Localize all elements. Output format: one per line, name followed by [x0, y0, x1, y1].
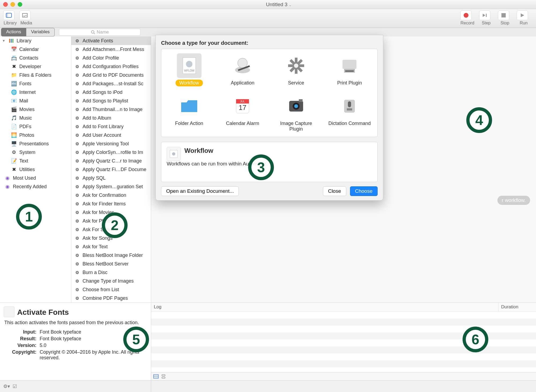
action-item[interactable]: ⚙︎Apply ColorSyn…rofile to Im	[71, 148, 151, 157]
inbox-icon[interactable]: ☑︎	[13, 383, 17, 389]
action-item[interactable]: ⚙︎Combine PDF Pages	[71, 294, 151, 302]
svg-point-4	[25, 15, 27, 16]
action-item[interactable]: ⚙︎Bless NetBoot Image Folder	[71, 251, 151, 260]
media-button[interactable]	[19, 10, 31, 20]
tab-variables[interactable]: Variables	[26, 28, 55, 36]
action-item[interactable]: ⚙︎Activate Fonts	[71, 36, 151, 45]
library-item-calendar[interactable]: 📅Calendar	[0, 45, 71, 54]
zoom-window-button[interactable]	[18, 2, 22, 7]
action-item[interactable]: ⚙︎Add Configuration Profiles	[71, 62, 151, 71]
library-item-developer[interactable]: ✖︎Developer	[0, 62, 71, 71]
action-item[interactable]: ⚙︎Add Grid to PDF Documents	[71, 71, 151, 79]
action-item[interactable]: ⚙︎Ask for Text	[71, 242, 151, 251]
stop-button[interactable]	[498, 10, 509, 20]
library-root-label: Library	[17, 38, 31, 44]
log-col-duration[interactable]: Duration	[498, 303, 536, 311]
action-item[interactable]: ⚙︎Ask for Confirmation	[71, 191, 151, 199]
close-button[interactable]: Close	[323, 186, 346, 196]
choose-button[interactable]: Choose	[350, 186, 378, 196]
doc-type-calendar-alarm[interactable]: JUL17Calendar Alarm	[217, 94, 269, 132]
run-button[interactable]	[517, 10, 528, 20]
disclosure-triangle-icon[interactable]: ▼	[2, 39, 6, 43]
text-icon: 📝	[11, 158, 17, 164]
action-item[interactable]: ⚙︎Add Attachmen…Front Mess	[71, 45, 151, 54]
library-root[interactable]: ▼ Library	[0, 36, 71, 45]
action-icon: ⚙︎	[74, 269, 80, 276]
action-label: Apply SQL	[83, 175, 106, 181]
action-item[interactable]: ⚙︎Add Songs to Playlist	[71, 97, 151, 105]
step-button[interactable]	[479, 10, 490, 20]
library-item-system[interactable]: ⚙︎System	[0, 148, 71, 157]
library-item-presentations[interactable]: 🖥️Presentations	[0, 139, 71, 148]
doc-type-folder-action[interactable]: Folder Action	[163, 94, 215, 132]
action-item[interactable]: ⚙︎Apply Quartz Fi…DF Docume	[71, 165, 151, 174]
library-item-mail[interactable]: 📧Mail	[0, 97, 71, 105]
doc-type-workflow[interactable]: WFLOWWorkflow	[163, 53, 215, 86]
action-icon: ⚙︎	[74, 261, 80, 267]
action-icon: ⚙︎	[74, 286, 80, 293]
doc-type-dictation-command[interactable]: Dictation Command	[324, 94, 375, 132]
action-item[interactable]: ⚙︎Add Color Profile	[71, 54, 151, 62]
library-item-movies[interactable]: 🎬Movies	[0, 105, 71, 114]
action-item[interactable]: ⚙︎Add to Album	[71, 114, 151, 122]
doc-type-icon	[337, 53, 362, 78]
list-view-icon[interactable]	[153, 374, 159, 379]
smart-folder-recently-added[interactable]: ◉Recently Added	[0, 182, 71, 191]
library-item-fonts[interactable]: 🔤Fonts	[0, 79, 71, 88]
action-item[interactable]: ⚙︎Bless NetBoot Server	[71, 260, 151, 268]
doc-type-print-plugin[interactable]: Print Plugin	[324, 53, 375, 86]
open-existing-button[interactable]: Open an Existing Document...	[161, 186, 239, 196]
action-label: Apply System…guration Set	[83, 184, 143, 190]
action-item[interactable]: ⚙︎Apply Quartz C…r to Image	[71, 157, 151, 165]
doc-type-service[interactable]: Service	[270, 53, 322, 86]
library-item-contacts[interactable]: 📇Contacts	[0, 54, 71, 62]
smart-folder-most-used[interactable]: ◉Most Used	[0, 174, 71, 182]
library-toggle-button[interactable]	[3, 10, 14, 20]
log-col-log[interactable]: Log	[151, 303, 498, 311]
smartfolder-icon: ◉	[4, 175, 11, 181]
action-item[interactable]: ⚙︎Add Packages…st-Install Sc	[71, 79, 151, 88]
action-item[interactable]: ⚙︎Add to Font Library	[71, 122, 151, 131]
action-item[interactable]: ⚙︎Burn a Disc	[71, 268, 151, 277]
flow-view-icon[interactable]	[161, 374, 166, 379]
doc-type-image-capture-plugin[interactable]: Image Capture Plugin	[270, 94, 322, 132]
library-item-music[interactable]: 🎵Music	[0, 114, 71, 122]
action-label: Burn a Disc	[83, 270, 107, 275]
desc-title: Workflow	[184, 147, 372, 154]
search-input[interactable]: Name	[59, 29, 140, 36]
action-item[interactable]: ⚙︎Add Songs to iPod	[71, 88, 151, 97]
library-item-utilities[interactable]: ✖︎Utilities	[0, 165, 71, 174]
library-item-internet[interactable]: 🌐Internet	[0, 88, 71, 97]
action-item[interactable]: ⚙︎Add Thumbnail…n to Image	[71, 105, 151, 114]
library-item-photos[interactable]: 🌅Photos	[0, 131, 71, 139]
tab-actions[interactable]: Actions	[1, 28, 26, 36]
close-window-button[interactable]	[3, 2, 8, 7]
gear-menu-button[interactable]: ⚙︎▾	[3, 383, 10, 389]
font-thumb-icon	[4, 306, 14, 317]
action-item[interactable]: ⚙︎Apply SQL	[71, 174, 151, 182]
doc-type-label: Application	[227, 80, 258, 86]
stop-label: Stop	[501, 21, 509, 25]
library-item-files-folders[interactable]: 📁Files & Folders	[0, 71, 71, 79]
details-summary: This action activates the fonts passed f…	[4, 320, 147, 326]
library-item-label: Text	[19, 158, 28, 164]
action-item[interactable]: ⚙︎Apple Versioning Tool	[71, 139, 151, 148]
action-icon: ⚙︎	[74, 218, 80, 224]
svg-rect-44	[299, 99, 303, 102]
action-label: Add Thumbnail…n to Image	[83, 107, 143, 112]
action-item[interactable]: ⚙︎Change Type of Images	[71, 277, 151, 285]
svg-text:17: 17	[239, 103, 247, 112]
svg-point-3	[24, 16, 25, 17]
action-icon: ⚙︎	[74, 183, 80, 190]
library-item-pdfs[interactable]: 📄PDFs	[0, 122, 71, 131]
action-icon: ⚙︎	[74, 123, 80, 130]
action-item[interactable]: ⚙︎Ask for Finder Items	[71, 199, 151, 208]
library-item-text[interactable]: 📝Text	[0, 157, 71, 165]
doc-type-application[interactable]: Application	[217, 53, 269, 86]
minimize-window-button[interactable]	[10, 2, 15, 7]
action-item[interactable]: ⚙︎Add User Account	[71, 131, 151, 139]
action-item[interactable]: ⚙︎Choose from List	[71, 285, 151, 294]
action-label: Apply ColorSyn…rofile to Im	[83, 150, 143, 155]
record-button[interactable]	[460, 10, 472, 20]
action-item[interactable]: ⚙︎Apply System…guration Set	[71, 182, 151, 191]
